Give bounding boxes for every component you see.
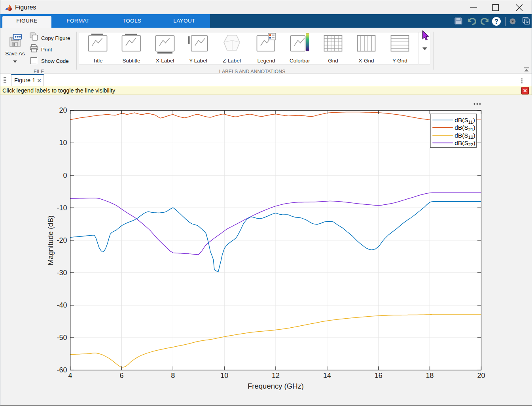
- svg-text:18: 18: [426, 372, 434, 380]
- svg-text:?: ?: [494, 18, 498, 25]
- svg-text:0: 0: [63, 172, 67, 179]
- svg-text:-50: -50: [57, 334, 67, 342]
- svg-text:-30: -30: [57, 269, 67, 277]
- svg-text:20: 20: [59, 106, 67, 114]
- svg-text:16: 16: [375, 372, 382, 380]
- svg-text:4: 4: [68, 372, 72, 380]
- svg-text:10: 10: [59, 139, 67, 147]
- svg-text:20: 20: [477, 372, 485, 380]
- svg-text:14: 14: [323, 372, 331, 380]
- svg-text:8: 8: [171, 372, 175, 380]
- svg-text:-20: -20: [57, 236, 67, 244]
- svg-text:Frequency (GHz): Frequency (GHz): [248, 382, 304, 390]
- svg-text:-60: -60: [57, 366, 67, 374]
- svg-text:-40: -40: [57, 301, 67, 309]
- svg-text:12: 12: [272, 372, 280, 380]
- svg-text:Magnitude (dB): Magnitude (dB): [46, 215, 55, 265]
- svg-text:10: 10: [220, 372, 228, 380]
- svg-text:6: 6: [119, 372, 123, 380]
- svg-text:-10: -10: [57, 204, 67, 212]
